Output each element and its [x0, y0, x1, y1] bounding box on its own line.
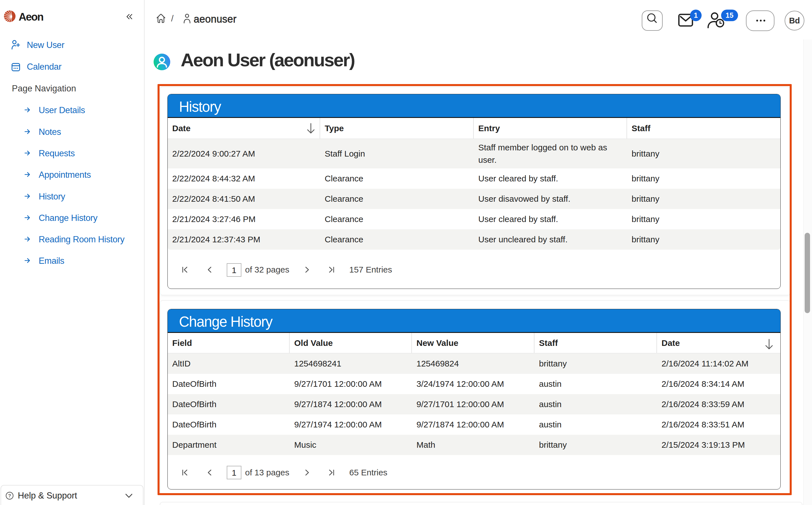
svg-text:?: ? [8, 493, 11, 499]
